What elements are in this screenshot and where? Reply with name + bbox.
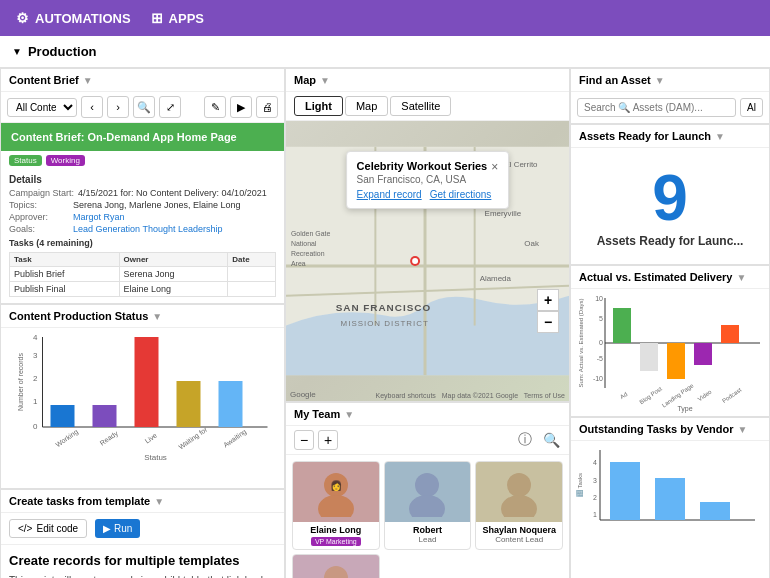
- team-name-shaylan: Shaylan Noquera: [479, 525, 559, 535]
- find-asset-dot[interactable]: ▼: [655, 75, 665, 86]
- team-info-btn[interactable]: ⓘ: [515, 430, 535, 450]
- assets-ready-dot[interactable]: ▼: [715, 131, 725, 142]
- svg-text:3: 3: [593, 477, 597, 484]
- svg-point-45: [507, 473, 531, 497]
- cb-details: Details Campaign Start: 4/15/2021 for: N…: [1, 168, 284, 303]
- goals-label: Goals:: [9, 224, 69, 234]
- svg-rect-60: [694, 343, 712, 365]
- svg-text:10: 10: [595, 295, 603, 302]
- expand-record-link[interactable]: Expand record: [357, 189, 422, 200]
- actual-est-header: Actual vs. Estimated Delivery ▼: [571, 266, 769, 289]
- tasks-label: Tasks (4 remaining): [9, 238, 276, 248]
- content-type-select[interactable]: All Conten...: [7, 98, 77, 117]
- svg-point-43: [415, 473, 439, 497]
- get-directions-link[interactable]: Get directions: [430, 189, 492, 200]
- topics-value: Serena Jong, Marlene Jones, Elaine Long: [73, 200, 241, 210]
- team-avatar-robert: [385, 462, 471, 522]
- svg-text:Ad: Ad: [619, 391, 628, 400]
- zoom-in-btn[interactable]: +: [537, 289, 559, 311]
- svg-rect-16: [219, 381, 243, 427]
- content-brief-widget: Content Brief ▼ All Conten... ‹ › 🔍 ⤢ ✎ …: [0, 68, 285, 304]
- my-team-widget: My Team ▼ − + ⓘ 🔍: [285, 402, 570, 578]
- tab-light[interactable]: Light: [294, 96, 343, 116]
- tab-satellite[interactable]: Satellite: [390, 96, 451, 116]
- sub-header: ▼ Production: [0, 36, 770, 68]
- team-info-shaylan: Shaylan Noquera Content Lead: [476, 522, 562, 547]
- map-widget: Map ▼ Light Map Satellite: [285, 68, 570, 402]
- create-tasks-dot[interactable]: ▼: [154, 496, 164, 507]
- svg-rect-59: [667, 343, 685, 379]
- column-3: Find an Asset ▼ Al Assets Ready for Laun…: [570, 68, 770, 578]
- actual-est-svg: 10 5 0 -5 -10 Sum: Actual vs. Estimated …: [575, 293, 765, 413]
- goals-link1[interactable]: Lead Generation: [73, 224, 140, 234]
- main-grid: Content Brief ▼ All Conten... ‹ › 🔍 ⤢ ✎ …: [0, 68, 770, 578]
- team-search-btn[interactable]: 🔍: [541, 430, 561, 450]
- create-tasks-title: Create tasks from template: [9, 495, 150, 507]
- edit-code-button[interactable]: </> Edit code: [9, 519, 87, 538]
- assets-ready-content: 9 Assets Ready for Launc...: [571, 148, 769, 256]
- team-zoom-out[interactable]: −: [294, 430, 314, 450]
- zoom-out-btn[interactable]: −: [537, 311, 559, 333]
- svg-rect-75: [655, 478, 685, 520]
- team-card-shaylan: Shaylan Noquera Content Lead: [475, 461, 563, 550]
- team-zoom-in[interactable]: +: [318, 430, 338, 450]
- edit-icon-btn[interactable]: ✎: [204, 96, 226, 118]
- apps-nav[interactable]: ⊞ APPS: [151, 10, 204, 26]
- map-background: El Cerrito Albany Emeryville Oak Alameda…: [286, 121, 569, 401]
- popup-address: San Francisco, CA, USA: [357, 174, 492, 185]
- status-badge-working: Working: [46, 155, 85, 166]
- map-footer-google: Google: [290, 390, 316, 399]
- run-button[interactable]: ▶ Run: [95, 519, 140, 538]
- actual-est-widget: Actual vs. Estimated Delivery ▼ 10 5 0 -…: [570, 265, 770, 417]
- outstanding-tasks-chart: 4 3 2 1 🔢 Tasks: [571, 441, 769, 552]
- asset-search-btn[interactable]: Al: [740, 98, 763, 117]
- svg-text:1: 1: [593, 511, 597, 518]
- my-team-dot[interactable]: ▼: [344, 409, 354, 420]
- cb-content: Content Brief: On-Demand App Home Page S…: [1, 123, 284, 303]
- team-members-grid: 👩 Elaine Long VP Marketing: [286, 455, 569, 578]
- assets-label: Assets Ready for Launc...: [571, 234, 769, 248]
- asset-search-input[interactable]: [577, 98, 736, 117]
- table-header-task: Task: [10, 253, 120, 267]
- script-desc: This script will create records in a chi…: [9, 574, 276, 578]
- my-team-title: My Team: [294, 408, 340, 420]
- goals-link2[interactable]: Thought Leadership: [142, 224, 222, 234]
- prev-btn[interactable]: ‹: [81, 96, 103, 118]
- team-name-elaine: Elaine Long: [296, 525, 376, 535]
- play-btn[interactable]: ▶: [230, 96, 252, 118]
- svg-text:Sum: Actual vs. Estimated (Day: Sum: Actual vs. Estimated (Days): [578, 298, 584, 387]
- approver-link[interactable]: Margot Ryan: [73, 212, 125, 222]
- print-btn[interactable]: 🖨: [256, 96, 278, 118]
- map-dot[interactable]: ▼: [320, 75, 330, 86]
- automations-nav[interactable]: ⚙ AUTOMATIONS: [16, 10, 131, 26]
- svg-text:3: 3: [33, 351, 38, 360]
- outstanding-tasks-dot[interactable]: ▼: [737, 424, 747, 435]
- svg-text:1: 1: [33, 397, 38, 406]
- find-asset-header: Find an Asset ▼: [571, 69, 769, 92]
- svg-rect-14: [177, 381, 201, 427]
- popup-close-btn[interactable]: ×: [491, 160, 498, 174]
- next-btn[interactable]: ›: [107, 96, 129, 118]
- svg-text:Alameda: Alameda: [480, 274, 512, 283]
- outstanding-tasks-widget: Outstanding Tasks by Vendor ▼ 4 3 2 1: [570, 417, 770, 578]
- prod-status-dot[interactable]: ▼: [152, 311, 162, 322]
- map-area[interactable]: El Cerrito Albany Emeryville Oak Alameda…: [286, 121, 569, 401]
- tab-map[interactable]: Map: [345, 96, 388, 116]
- create-tasks-widget: Create tasks from template ▼ </> Edit co…: [0, 489, 285, 578]
- find-asset-search: Al: [571, 92, 769, 123]
- map-zoom-controls: + −: [537, 289, 559, 333]
- outstanding-tasks-header: Outstanding Tasks by Vendor ▼: [571, 418, 769, 441]
- status-badge-status: Status: [9, 155, 42, 166]
- expand-btn[interactable]: ⤢: [159, 96, 181, 118]
- actual-est-chart: 10 5 0 -5 -10 Sum: Actual vs. Estimated …: [571, 289, 769, 416]
- content-brief-dot[interactable]: ▼: [83, 75, 93, 86]
- popup-title: Celebrity Workout Series: [357, 160, 492, 172]
- ct-content: Create records for multiple templates Th…: [1, 545, 284, 578]
- svg-point-47: [324, 566, 348, 578]
- search-btn[interactable]: 🔍: [133, 96, 155, 118]
- actual-est-dot[interactable]: ▼: [736, 272, 746, 283]
- automations-label: AUTOMATIONS: [35, 11, 131, 26]
- svg-text:Awaiting: Awaiting: [222, 428, 248, 450]
- cb-article-title: Content Brief: On-Demand App Home Page: [1, 123, 284, 151]
- svg-text:Blog Post: Blog Post: [638, 385, 663, 405]
